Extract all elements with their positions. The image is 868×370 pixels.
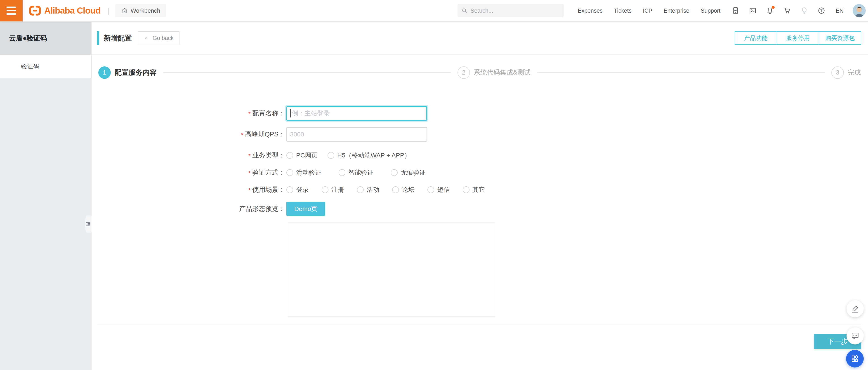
page-title: 新增配置 (104, 33, 132, 43)
lightbulb-icon[interactable] (800, 7, 808, 14)
radio-slide-verify[interactable]: 滑动验证 (286, 168, 321, 177)
radio-circle (286, 187, 293, 193)
mobile-app-icon[interactable]: APP (732, 7, 739, 14)
main-content: 新增配置 Go back 产品功能 服务停用 购买资源包 1 配置服务内容 2 … (92, 22, 868, 370)
radio-circle (428, 187, 434, 193)
text-caret (290, 109, 291, 117)
radio-activity[interactable]: 活动 (357, 186, 379, 194)
top-icon-group: APP (732, 7, 825, 14)
buy-resource-pack-button[interactable]: 购买资源包 (819, 31, 861, 45)
step-3-done: 3 完成 (831, 66, 861, 79)
alibaba-cloud-logo[interactable]: Alibaba Cloud (29, 5, 101, 16)
qps-row: * 高峰期QPS： 3000 (92, 127, 868, 142)
radio-circle (391, 169, 398, 176)
step-1-circle: 1 (98, 66, 111, 79)
divider: | (107, 6, 110, 15)
product-features-button[interactable]: 产品功能 (735, 31, 777, 45)
step-connector (537, 72, 825, 73)
step-2-integration: 2 系统代码集成&测试 (458, 66, 530, 79)
alibaba-cloud-logo-icon (29, 5, 41, 16)
radio-circle (339, 169, 345, 176)
go-back-button[interactable]: Go back (138, 31, 180, 45)
sidebar-product-title: 云盾●验证码 (0, 22, 91, 55)
svg-text:APP: APP (733, 9, 738, 11)
outdent-icon (85, 221, 91, 227)
preview-row: 产品形态预览： Demo页 (92, 202, 868, 216)
hamburger-menu-icon[interactable] (0, 0, 23, 22)
verify-method-label: * 验证方式： (92, 168, 286, 177)
radio-sms[interactable]: 短信 (428, 186, 450, 194)
search-icon (462, 7, 467, 14)
top-navigation-bar: Alibaba Cloud | Workbench Expenses Ticke… (0, 0, 868, 22)
bottom-divider (97, 325, 861, 325)
shopping-cart-icon[interactable] (783, 7, 791, 14)
radio-forum[interactable]: 论坛 (392, 186, 414, 194)
console-icon[interactable] (749, 7, 756, 14)
apps-grid-button[interactable] (846, 350, 864, 368)
top-link-tickets[interactable]: Tickets (614, 7, 631, 14)
radio-pc-web[interactable]: PC网页 (286, 151, 318, 160)
radio-circle (392, 187, 399, 193)
radio-circle (463, 187, 469, 193)
scene-row: * 使用场景： 登录 注册 活动 论坛 (92, 185, 868, 194)
step-2-circle: 2 (458, 66, 470, 79)
header-action-buttons: 产品功能 服务停用 购买资源包 (735, 31, 861, 45)
chat-support-button[interactable] (846, 327, 864, 344)
global-search[interactable] (458, 4, 564, 17)
radio-smart-verify[interactable]: 智能验证 (339, 168, 374, 177)
business-type-options: PC网页 H5（移动端WAP + APP） (286, 151, 410, 160)
sidebar-item-captcha[interactable]: 验证码 (0, 55, 91, 78)
required-asterisk: * (248, 187, 251, 194)
chat-bubble-icon (850, 331, 860, 340)
top-link-expenses[interactable]: Expenses (578, 7, 602, 14)
radio-login[interactable]: 登录 (286, 186, 309, 194)
step-3-label: 完成 (848, 68, 861, 77)
notifications-bell-icon[interactable] (766, 7, 774, 14)
demo-preview-box (288, 223, 495, 317)
pencil-icon (850, 304, 860, 313)
scene-options: 登录 注册 活动 论坛 短信 (286, 186, 485, 194)
top-link-icp[interactable]: ICP (643, 7, 652, 14)
sidebar: 云盾●验证码 验证码 (0, 22, 92, 370)
top-link-support[interactable]: Support (701, 7, 721, 14)
business-type-row: * 业务类型： PC网页 H5（移动端WAP + APP） (92, 151, 868, 160)
step-1-label: 配置服务内容 (115, 68, 157, 77)
preview-label: 产品形态预览： (92, 204, 286, 213)
home-icon (121, 7, 128, 14)
config-name-input[interactable]: 例：主站登录 (286, 106, 427, 121)
required-asterisk: * (241, 132, 243, 139)
step-2-label: 系统代码集成&测试 (474, 68, 530, 77)
config-name-row: * 配置名称： 例：主站登录 (92, 106, 868, 121)
step-wizard: 1 配置服务内容 2 系统代码集成&测试 3 完成 (92, 66, 868, 79)
required-asterisk: * (248, 170, 251, 177)
help-icon[interactable]: ? (817, 7, 825, 14)
qps-input[interactable]: 3000 (286, 127, 427, 142)
feedback-edit-button[interactable] (846, 300, 864, 317)
radio-circle (286, 169, 293, 176)
radio-circle (286, 152, 293, 159)
user-avatar[interactable] (852, 4, 866, 17)
radio-circle (328, 152, 334, 159)
top-link-enterprise[interactable]: Enterprise (664, 7, 689, 14)
language-selector[interactable]: EN (836, 7, 844, 14)
sidebar-collapse-handle[interactable] (85, 215, 92, 233)
title-accent-bar (97, 31, 99, 45)
verify-method-row: * 验证方式： 滑动验证 智能验证 无痕验证 (92, 168, 868, 177)
verify-method-options: 滑动验证 智能验证 无痕验证 (286, 168, 426, 177)
radio-invisible-verify[interactable]: 无痕验证 (391, 168, 426, 177)
disable-service-button[interactable]: 服务停用 (777, 31, 819, 45)
top-links: Expenses Tickets ICP Enterprise Support (578, 7, 720, 14)
workbench-label: Workbench (131, 7, 160, 14)
svg-text:?: ? (820, 8, 823, 13)
radio-register[interactable]: 注册 (322, 186, 344, 194)
search-input[interactable] (470, 7, 560, 14)
workbench-button[interactable]: Workbench (115, 4, 166, 17)
demo-page-button[interactable]: Demo页 (286, 202, 325, 216)
qps-label: * 高峰期QPS： (92, 130, 286, 139)
radio-h5[interactable]: H5（移动端WAP + APP） (328, 151, 410, 160)
business-type-label: * 业务类型： (92, 151, 286, 160)
radio-other[interactable]: 其它 (463, 186, 485, 194)
required-asterisk: * (248, 153, 251, 160)
step-connector (163, 72, 451, 73)
config-name-label: * 配置名称： (92, 109, 286, 118)
